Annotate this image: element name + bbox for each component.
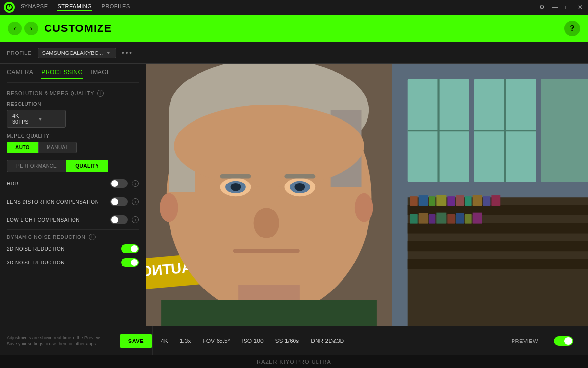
hdr-label: HDR (7, 181, 106, 186)
perf-quality-row: PERFORMANCE QUALITY (7, 160, 139, 172)
help-button[interactable]: ? (564, 21, 580, 36)
svg-point-41 (174, 105, 364, 187)
lens-distortion-label: LENS DISTORTION COMPENSATION (7, 199, 106, 205)
performance-button[interactable]: PERFORMANCE (7, 160, 66, 172)
bottom-bar: Adjustments are shown real-time in the P… (0, 326, 588, 355)
tab-row: CAMERA PROCESSING IMAGE (7, 69, 139, 83)
forward-button[interactable]: › (24, 22, 38, 35)
low-light-toggle[interactable] (110, 215, 128, 224)
manual-button[interactable]: MANUAL (38, 142, 77, 153)
svg-rect-26 (410, 214, 418, 224)
nav-synapse[interactable]: SYNAPSE (21, 3, 48, 11)
svg-point-48 (254, 208, 279, 238)
profile-label: PROFILE (7, 50, 32, 56)
low-light-row: LOW LIGHT COMPENSATION i (7, 215, 139, 224)
title-bar-nav: SYNAPSE STREAMING PROFILES (21, 3, 532, 11)
preview-label: PREVIEW (512, 338, 538, 344)
svg-rect-23 (473, 195, 482, 206)
divider-2 (7, 211, 139, 211)
left-panel: CAMERA PROCESSING IMAGE RESOLUTION & MJP… (0, 64, 146, 326)
svg-rect-31 (456, 213, 464, 224)
back-button[interactable]: ‹ (8, 22, 22, 35)
hdr-row: HDR i (7, 179, 139, 188)
profile-value: SAMSUNGGALAXYBO... (42, 50, 103, 56)
chevron-down-icon: ▼ (106, 50, 111, 55)
tab-image[interactable]: IMAGE (91, 69, 111, 79)
bottom-bar-right: 4K 1.3x FOV 65.5° ISO 100 SS 1/60s DNR 2… (153, 336, 581, 346)
svg-rect-24 (483, 196, 491, 206)
lens-distortion-info-icon[interactable]: i (132, 198, 139, 205)
resolution-value: 4K 30FPS (12, 113, 35, 125)
svg-point-53 (355, 193, 373, 222)
low-light-info-icon[interactable]: i (132, 216, 139, 223)
stat-resolution: 4K (161, 338, 168, 344)
title-bar: SYNAPSE STREAMING PROFILES ⚙ — □ ✕ (0, 0, 588, 15)
dynamic-noise-label: DYNAMIC NOISE REDUCTION i (7, 234, 139, 240)
svg-rect-19 (436, 195, 446, 206)
tab-processing[interactable]: PROCESSING (41, 69, 83, 79)
profile-dropdown[interactable]: SAMSUNGGALAXYBO... ▼ (38, 48, 116, 58)
preview-toggle[interactable] (554, 336, 573, 346)
hdr-toggle[interactable] (110, 179, 128, 188)
minimize-button[interactable]: — (551, 3, 559, 11)
noise-3d-toggle[interactable] (121, 258, 139, 267)
stat-fov: FOV 65.5° (202, 338, 230, 344)
close-button[interactable]: ✕ (576, 3, 584, 11)
stat-dnr: DNR 2D&3D (311, 338, 344, 344)
svg-rect-13 (408, 223, 588, 234)
nav-profiles[interactable]: PROFILES (101, 3, 130, 11)
noise-3d-row: 3D NOISE REDUCTION (7, 258, 139, 267)
profile-bar: PROFILE SAMSUNGGALAXYBO... ▼ ••• (0, 42, 588, 64)
tab-camera[interactable]: CAMERA (7, 69, 33, 79)
svg-rect-16 (410, 196, 418, 206)
svg-rect-32 (465, 214, 472, 224)
svg-rect-30 (447, 214, 455, 224)
app-logo (4, 2, 15, 13)
svg-rect-29 (436, 213, 446, 224)
nav-buttons: ‹ › (8, 22, 38, 35)
profile-more-button[interactable]: ••• (122, 49, 133, 57)
noise-3d-label: 3D NOISE REDUCTION (7, 260, 117, 265)
dynamic-noise-section: DYNAMIC NOISE REDUCTION i 2D NOISE REDUC… (7, 234, 139, 267)
svg-rect-51 (161, 300, 377, 326)
resolution-chevron-icon: ▼ (38, 116, 60, 122)
bottom-tip: Adjustments are shown real-time in the P… (7, 335, 115, 347)
nav-streaming[interactable]: STREAMING (57, 3, 92, 11)
svg-rect-14 (408, 241, 588, 251)
resolution-dropdown[interactable]: 4K 30FPS ▼ (7, 110, 66, 128)
svg-rect-33 (473, 213, 482, 224)
svg-rect-17 (419, 195, 428, 206)
low-light-label: LOW LIGHT COMPENSATION (7, 217, 106, 223)
svg-point-47 (294, 183, 305, 191)
hdr-info-icon[interactable]: i (132, 180, 139, 187)
divider-1 (7, 193, 139, 193)
camera-name-bar: RAZER KIYO PRO ULTRA (0, 355, 588, 368)
resolution-sublabel: RESOLUTION (7, 102, 139, 107)
bottom-bar-left: Adjustments are shown real-time in the P… (7, 326, 153, 355)
window-controls: ⚙ — □ ✕ (538, 3, 584, 11)
dynamic-noise-info-icon[interactable]: i (89, 234, 96, 240)
noise-2d-toggle[interactable] (121, 244, 139, 253)
lens-distortion-toggle[interactable] (110, 197, 128, 206)
quality-button[interactable]: QUALITY (66, 160, 108, 172)
svg-rect-27 (419, 213, 428, 224)
svg-rect-6 (541, 79, 588, 182)
noise-2d-label: 2D NOISE REDUCTION (7, 246, 117, 252)
svg-rect-54 (220, 174, 251, 178)
stat-iso: ISO 100 (242, 338, 264, 344)
svg-rect-55 (284, 174, 315, 178)
svg-rect-18 (429, 196, 436, 206)
settings-icon[interactable]: ⚙ (538, 3, 546, 11)
save-button[interactable]: SAVE (120, 334, 152, 348)
resolution-mjpeg-label: RESOLUTION & MJPEG QUALITY i (7, 90, 139, 97)
camera-preview: OИТUAƆ (146, 64, 588, 326)
maximize-button[interactable]: □ (564, 3, 571, 11)
auto-button[interactable]: AUTO (7, 142, 38, 153)
svg-rect-22 (465, 196, 472, 206)
resolution-info-icon[interactable]: i (97, 90, 104, 97)
svg-rect-25 (491, 195, 500, 206)
svg-rect-12 (408, 205, 588, 215)
svg-rect-21 (456, 195, 464, 206)
svg-rect-49 (233, 249, 300, 253)
page-title: CUSTOMIZE (44, 22, 559, 35)
